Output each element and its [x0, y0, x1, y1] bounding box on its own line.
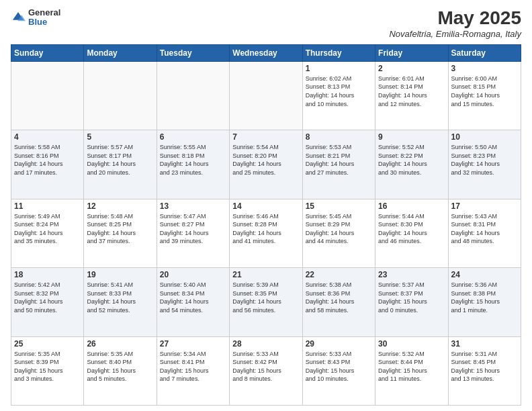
calendar-table: Sunday Monday Tuesday Wednesday Thursday…: [11, 44, 521, 406]
header-saturday: Saturday: [448, 44, 521, 61]
day-info: Sunrise: 5:35 AM Sunset: 8:39 PM Dayligh…: [14, 350, 81, 383]
table-row: [157, 61, 229, 130]
day-number: 11: [14, 201, 81, 211]
day-info: Sunrise: 5:55 AM Sunset: 8:18 PM Dayligh…: [160, 143, 226, 177]
day-info: Sunrise: 5:33 AM Sunset: 8:43 PM Dayligh…: [306, 350, 372, 383]
day-number: 30: [378, 339, 445, 349]
day-number: 25: [14, 339, 81, 349]
day-number: 31: [451, 339, 518, 349]
table-row: [230, 61, 302, 130]
calendar-row: 1Sunrise: 6:02 AM Sunset: 8:13 PM Daylig…: [11, 61, 521, 130]
calendar-row: 25Sunrise: 5:35 AM Sunset: 8:39 PM Dayli…: [11, 336, 521, 405]
day-number: 28: [232, 339, 299, 349]
day-info: Sunrise: 5:52 AM Sunset: 8:22 PM Dayligh…: [378, 143, 445, 177]
table-row: 24Sunrise: 5:36 AM Sunset: 8:38 PM Dayli…: [448, 268, 521, 336]
day-info: Sunrise: 6:00 AM Sunset: 8:15 PM Dayligh…: [451, 75, 518, 108]
day-number: 13: [160, 201, 226, 211]
header-thursday: Thursday: [302, 44, 375, 61]
location: Novafeltria, Emilia-Romagna, Italy: [389, 29, 521, 39]
calendar-row: 4Sunrise: 5:58 AM Sunset: 8:16 PM Daylig…: [11, 130, 521, 199]
table-row: 18Sunrise: 5:42 AM Sunset: 8:32 PM Dayli…: [11, 268, 84, 336]
page: General Blue May 2025 Novafeltria, Emili…: [0, 0, 532, 411]
table-row: 10Sunrise: 5:50 AM Sunset: 8:23 PM Dayli…: [448, 130, 521, 199]
header-tuesday: Tuesday: [157, 44, 229, 61]
table-row: 26Sunrise: 5:35 AM Sunset: 8:40 PM Dayli…: [84, 336, 157, 405]
day-number: 7: [232, 132, 299, 142]
day-info: Sunrise: 5:39 AM Sunset: 8:35 PM Dayligh…: [232, 281, 299, 314]
day-info: Sunrise: 5:40 AM Sunset: 8:34 PM Dayligh…: [160, 281, 226, 314]
day-info: Sunrise: 5:37 AM Sunset: 8:37 PM Dayligh…: [378, 281, 445, 314]
day-info: Sunrise: 5:36 AM Sunset: 8:38 PM Dayligh…: [451, 281, 518, 314]
header-wednesday: Wednesday: [230, 44, 302, 61]
day-info: Sunrise: 5:50 AM Sunset: 8:23 PM Dayligh…: [451, 143, 518, 177]
table-row: 12Sunrise: 5:48 AM Sunset: 8:25 PM Dayli…: [84, 199, 157, 267]
day-number: 23: [378, 270, 445, 279]
day-number: 19: [87, 270, 153, 279]
day-info: Sunrise: 5:58 AM Sunset: 8:16 PM Dayligh…: [14, 143, 81, 177]
day-number: 20: [160, 270, 226, 279]
table-row: 21Sunrise: 5:39 AM Sunset: 8:35 PM Dayli…: [230, 268, 302, 336]
day-info: Sunrise: 5:44 AM Sunset: 8:30 PM Dayligh…: [378, 212, 445, 246]
table-row: 5Sunrise: 5:57 AM Sunset: 8:17 PM Daylig…: [84, 130, 157, 199]
day-number: 9: [378, 132, 445, 142]
logo: General Blue: [11, 8, 60, 28]
table-row: 2Sunrise: 6:01 AM Sunset: 8:14 PM Daylig…: [375, 61, 448, 130]
table-row: 15Sunrise: 5:45 AM Sunset: 8:29 PM Dayli…: [302, 199, 375, 267]
table-row: [11, 61, 84, 130]
logo-general: General: [28, 8, 60, 17]
table-row: 9Sunrise: 5:52 AM Sunset: 8:22 PM Daylig…: [375, 130, 448, 199]
calendar-row: 18Sunrise: 5:42 AM Sunset: 8:32 PM Dayli…: [11, 268, 521, 336]
day-number: 5: [87, 132, 153, 142]
day-number: 24: [451, 270, 518, 279]
table-row: 1Sunrise: 6:02 AM Sunset: 8:13 PM Daylig…: [302, 61, 375, 130]
day-info: Sunrise: 5:57 AM Sunset: 8:17 PM Dayligh…: [87, 143, 153, 177]
day-info: Sunrise: 5:35 AM Sunset: 8:40 PM Dayligh…: [87, 350, 153, 383]
day-info: Sunrise: 5:47 AM Sunset: 8:27 PM Dayligh…: [160, 212, 226, 246]
day-info: Sunrise: 5:48 AM Sunset: 8:25 PM Dayligh…: [87, 212, 153, 246]
table-row: 30Sunrise: 5:32 AM Sunset: 8:44 PM Dayli…: [375, 336, 448, 405]
day-info: Sunrise: 5:38 AM Sunset: 8:36 PM Dayligh…: [306, 281, 372, 314]
table-row: 20Sunrise: 5:40 AM Sunset: 8:34 PM Dayli…: [157, 268, 229, 336]
header-friday: Friday: [375, 44, 448, 61]
day-info: Sunrise: 5:32 AM Sunset: 8:44 PM Dayligh…: [378, 350, 445, 383]
day-number: 16: [378, 201, 445, 211]
table-row: 25Sunrise: 5:35 AM Sunset: 8:39 PM Dayli…: [11, 336, 84, 405]
day-info: Sunrise: 5:54 AM Sunset: 8:20 PM Dayligh…: [232, 143, 299, 177]
calendar-header-row: Sunday Monday Tuesday Wednesday Thursday…: [11, 44, 521, 61]
day-number: 18: [14, 270, 81, 279]
day-number: 12: [87, 201, 153, 211]
day-number: 10: [451, 132, 518, 142]
day-info: Sunrise: 6:01 AM Sunset: 8:14 PM Dayligh…: [378, 75, 445, 108]
day-number: 3: [451, 64, 518, 73]
day-info: Sunrise: 5:45 AM Sunset: 8:29 PM Dayligh…: [306, 212, 372, 246]
calendar-row: 11Sunrise: 5:49 AM Sunset: 8:24 PM Dayli…: [11, 199, 521, 267]
header: General Blue May 2025 Novafeltria, Emili…: [11, 8, 521, 39]
day-number: 14: [232, 201, 299, 211]
table-row: 31Sunrise: 5:31 AM Sunset: 8:45 PM Dayli…: [448, 336, 521, 405]
table-row: 7Sunrise: 5:54 AM Sunset: 8:20 PM Daylig…: [230, 130, 302, 199]
day-number: 2: [378, 64, 445, 73]
day-number: 21: [232, 270, 299, 279]
logo-icon: [11, 10, 26, 25]
day-info: Sunrise: 5:49 AM Sunset: 8:24 PM Dayligh…: [14, 212, 81, 246]
table-row: 13Sunrise: 5:47 AM Sunset: 8:27 PM Dayli…: [157, 199, 229, 267]
table-row: [84, 61, 157, 130]
day-info: Sunrise: 5:33 AM Sunset: 8:42 PM Dayligh…: [232, 350, 299, 383]
day-info: Sunrise: 5:31 AM Sunset: 8:45 PM Dayligh…: [451, 350, 518, 383]
day-info: Sunrise: 5:43 AM Sunset: 8:31 PM Dayligh…: [451, 212, 518, 246]
table-row: 3Sunrise: 6:00 AM Sunset: 8:15 PM Daylig…: [448, 61, 521, 130]
table-row: 11Sunrise: 5:49 AM Sunset: 8:24 PM Dayli…: [11, 199, 84, 267]
table-row: 29Sunrise: 5:33 AM Sunset: 8:43 PM Dayli…: [302, 336, 375, 405]
table-row: 28Sunrise: 5:33 AM Sunset: 8:42 PM Dayli…: [230, 336, 302, 405]
table-row: 19Sunrise: 5:41 AM Sunset: 8:33 PM Dayli…: [84, 268, 157, 336]
day-number: 1: [306, 64, 372, 73]
table-row: 14Sunrise: 5:46 AM Sunset: 8:28 PM Dayli…: [230, 199, 302, 267]
table-row: 6Sunrise: 5:55 AM Sunset: 8:18 PM Daylig…: [157, 130, 229, 199]
day-number: 29: [306, 339, 372, 349]
table-row: 8Sunrise: 5:53 AM Sunset: 8:21 PM Daylig…: [302, 130, 375, 199]
day-number: 4: [14, 132, 81, 142]
header-monday: Monday: [84, 44, 157, 61]
day-info: Sunrise: 5:53 AM Sunset: 8:21 PM Dayligh…: [306, 143, 372, 177]
day-info: Sunrise: 5:41 AM Sunset: 8:33 PM Dayligh…: [87, 281, 153, 314]
day-number: 8: [306, 132, 372, 142]
